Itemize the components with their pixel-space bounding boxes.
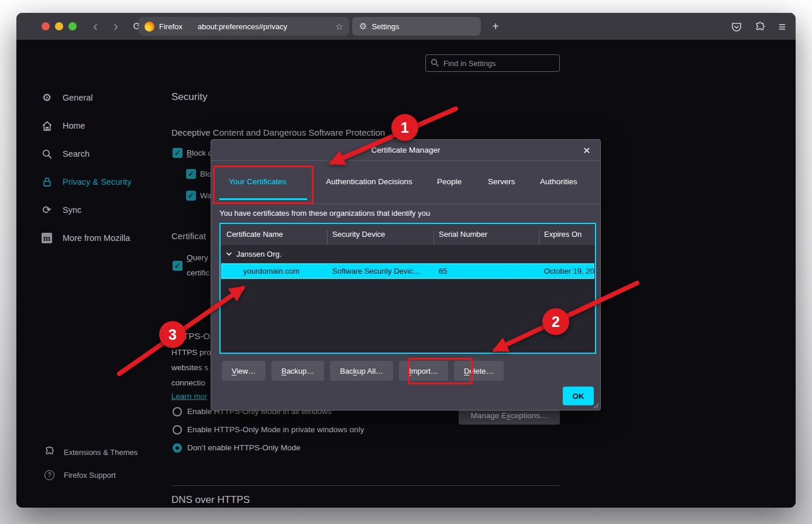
col-security-device[interactable]: Security Device <box>332 230 385 239</box>
close-icon[interactable]: × <box>579 143 594 158</box>
cell-expires-on: October 19, 20 <box>544 267 594 275</box>
group-label: Janssen Org. <box>236 250 281 258</box>
cell-security-device: Software Security Devic… <box>332 267 421 275</box>
query-ocsp-checkbox[interactable]: ✓ <box>173 261 183 271</box>
column-separator <box>433 230 434 246</box>
firefox-icon <box>144 22 154 32</box>
lock-icon <box>41 176 53 188</box>
tab-your-certificates[interactable]: Your Certificates <box>229 177 287 189</box>
cell-certificate-name: yourdomain.com <box>243 267 300 275</box>
chevron-down-icon[interactable] <box>226 251 232 256</box>
sidebar-item-home[interactable]: Home <box>41 119 85 132</box>
col-certificate-name[interactable]: Certificate Name <box>226 230 283 239</box>
sidebar-item-label: Sync <box>63 205 81 215</box>
https-dont-enable-label: Don’t enable HTTPS-Only Mode <box>187 443 301 452</box>
sidebar-item-more-from-mozilla[interactable]: m More from Mozilla <box>41 232 130 244</box>
import-button[interactable]: Import… <box>399 361 448 381</box>
block-content-checkbox[interactable]: ✓ <box>173 148 183 158</box>
security-heading: Security <box>171 91 207 103</box>
group-row-janssen-org[interactable]: Janssen Org. <box>221 245 595 263</box>
section-divider <box>171 485 560 486</box>
firefox-support-link[interactable]: ? Firefox Support <box>44 469 116 481</box>
extensions-themes-link[interactable]: Extensions & Themes <box>44 446 137 458</box>
sidebar-item-search[interactable]: Search <box>41 147 90 160</box>
extensions-icon[interactable] <box>753 20 767 34</box>
table-header[interactable]: Certificate Name Security Device Serial … <box>221 224 595 245</box>
menu-icon[interactable]: ≡ <box>775 20 789 34</box>
block-content-label: Block d <box>187 149 212 157</box>
https-only-section-heading: HTTPS-O <box>171 331 210 341</box>
https-private-windows-label: Enable HTTPS-Only Mode in private window… <box>187 425 364 434</box>
active-tab-underline <box>219 198 307 200</box>
sidebar-item-label: Privacy & Security <box>63 177 132 187</box>
search-icon <box>41 148 53 160</box>
puzzle-icon <box>44 446 54 458</box>
view-button[interactable]: View… <box>222 361 266 381</box>
column-separator <box>327 230 328 246</box>
https-paragraph-line3: connectio <box>171 378 205 387</box>
new-tab-button[interactable]: + <box>487 18 504 35</box>
delete-button[interactable]: Delete… <box>454 361 504 381</box>
sidebar-item-label: General <box>63 93 93 102</box>
https-paragraph-line1: HTTPS pro <box>171 348 211 357</box>
col-serial-number[interactable]: Serial Number <box>439 230 487 239</box>
https-all-windows-radio[interactable] <box>173 407 182 416</box>
warn-software-checkbox[interactable]: ✓ <box>186 191 196 201</box>
backup-button[interactable]: Backup… <box>271 361 324 381</box>
footer-link-label: Firefox Support <box>64 471 116 480</box>
back-button[interactable]: ‹ <box>87 13 104 40</box>
certificate-manager-dialog: Certificate Manager × Your Certificates … <box>211 139 601 411</box>
maximize-window-button[interactable] <box>68 22 77 30</box>
url-brand-label: Firefox <box>159 22 183 31</box>
pocket-icon[interactable] <box>730 20 744 34</box>
query-ocsp-label: Query <box>187 253 208 262</box>
sidebar-item-label: Search <box>63 149 90 158</box>
ok-button[interactable]: OK <box>563 387 594 405</box>
url-text[interactable]: about:preferences#privacy <box>198 22 287 31</box>
minimize-window-button[interactable] <box>55 22 63 30</box>
resize-grip[interactable] <box>592 402 599 409</box>
tab-people[interactable]: People <box>437 177 462 189</box>
warn-software-label: Wa <box>200 191 212 200</box>
https-dont-enable-radio[interactable] <box>173 443 182 453</box>
tab-settings[interactable]: ⚙ Settings <box>352 17 481 36</box>
column-separator <box>539 230 539 246</box>
browser-toolbar: ‹ › ⟳ Firefox about:preferences#privacy … <box>16 13 796 40</box>
dialog-button-row: View… Backup… Backup All… Import… Delete… <box>222 361 504 381</box>
tab-title: Settings <box>371 22 399 31</box>
footer-link-label: Extensions & Themes <box>64 448 137 457</box>
sidebar-item-privacy-security[interactable]: Privacy & Security <box>41 175 132 188</box>
tab-authentication-decisions[interactable]: Authentication Decisions <box>326 177 412 189</box>
url-bar[interactable]: Firefox about:preferences#privacy ☆ <box>139 17 349 36</box>
https-private-windows-radio[interactable] <box>173 425 182 435</box>
sync-icon: ⟳ <box>41 204 53 216</box>
tab-authorities[interactable]: Authorities <box>540 177 577 189</box>
https-paragraph-line2: websites s <box>171 363 208 372</box>
help-icon: ? <box>44 470 54 480</box>
forward-button[interactable]: › <box>107 13 125 40</box>
gear-icon: ⚙ <box>41 92 53 104</box>
bookmark-star-icon[interactable]: ☆ <box>335 21 343 32</box>
certificates-table[interactable]: Certificate Name Security Device Serial … <box>219 223 596 354</box>
learn-more-link[interactable]: Learn mor <box>171 392 208 401</box>
tab-servers[interactable]: Servers <box>488 177 515 189</box>
home-icon <box>41 120 53 132</box>
block-downloads-checkbox[interactable]: ✓ <box>186 169 196 179</box>
col-expires-on[interactable]: Expires On <box>544 230 582 239</box>
deceptive-section-heading: Deceptive Content and Dangerous Software… <box>171 127 385 137</box>
dns-over-https-heading: DNS over HTTPS <box>171 494 250 506</box>
query-ocsp-label-line2: certific <box>187 268 209 277</box>
dialog-title: Certificate Manager <box>211 140 600 161</box>
close-window-button[interactable] <box>42 22 50 30</box>
settings-page: ⚙ General Home Search <box>16 40 796 508</box>
cell-serial-number: 65 <box>439 267 447 275</box>
sidebar-item-label: Home <box>63 121 85 130</box>
certificates-section-heading: Certificat <box>171 231 206 241</box>
backup-all-button[interactable]: Backup All… <box>330 361 393 381</box>
sidebar-item-sync[interactable]: ⟳ Sync <box>41 204 81 216</box>
search-input[interactable] <box>425 54 560 72</box>
table-row-yourdomain[interactable]: yourdomain.com Software Security Devic… … <box>221 263 594 279</box>
block-downloads-label: Blo <box>200 170 212 178</box>
sidebar-item-general[interactable]: ⚙ General <box>41 91 93 104</box>
dialog-description: You have certificates from these organiz… <box>219 209 430 218</box>
